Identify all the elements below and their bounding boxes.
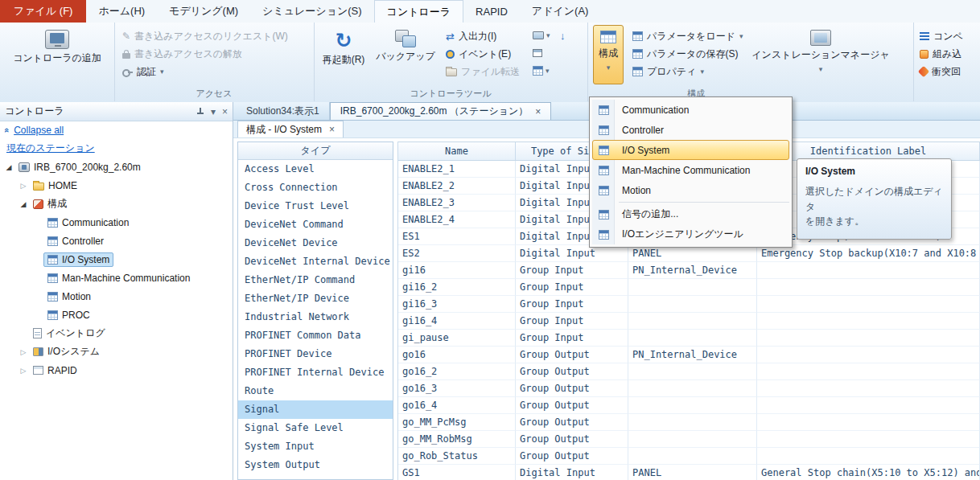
release-write-access-button[interactable]: 書き込みアクセスの解放 [119, 45, 245, 63]
builtin-button[interactable]: 組み込 [916, 45, 965, 63]
table-row[interactable]: gi_pauseGroup Input [398, 330, 980, 347]
type-list-item[interactable]: Device Trust Level [238, 197, 393, 215]
document-tab[interactable]: IRB_6700_200kg_2.60m （ステーション）× [330, 102, 552, 120]
load-parameters-button[interactable]: パラメータをロード ▾ [629, 27, 747, 45]
tree-item[interactable]: Motion [0, 287, 233, 306]
type-list-item[interactable]: System Output [238, 456, 393, 474]
ribbon-tab[interactable]: コントローラ [374, 0, 464, 23]
file-tab[interactable]: ファイル (F) [0, 0, 86, 23]
authenticate-button[interactable]: 認証 ▾ [119, 63, 167, 80]
table-row[interactable]: go16_3Group Output [398, 380, 980, 397]
backup-button[interactable]: バックアップ [372, 24, 439, 63]
file-transfer-button[interactable]: ファイル転送 [443, 63, 523, 80]
type-list-item[interactable]: EtherNet/IP Command [238, 271, 393, 289]
jump-button[interactable]: ↓ [560, 27, 566, 43]
current-station-link[interactable]: 現在のステーション [6, 142, 95, 155]
type-list-item[interactable]: EtherNet/IP Device [238, 289, 393, 308]
collision-button[interactable]: 衝突回 [916, 63, 964, 80]
ribbon-tab[interactable]: RAPID [463, 0, 520, 23]
tree-item[interactable]: Communication [0, 213, 233, 232]
type-list-item[interactable]: System Input [238, 437, 393, 456]
type-list-item[interactable]: DeviceNet Device [238, 234, 393, 252]
expander-open-icon[interactable]: ◢ [18, 200, 29, 208]
table-row[interactable]: go16Group OutputPN_Internal_Device [398, 347, 980, 363]
tree-item[interactable]: ▷HOME [0, 176, 233, 195]
tree-item[interactable]: ◢IRB_6700_200kg_2.60m [0, 158, 233, 176]
menu-item[interactable]: Communication [592, 100, 789, 120]
type-list-item[interactable]: Cross Connection [238, 178, 393, 197]
table-row[interactable]: gi16_3Group Input [398, 296, 980, 313]
menu-item[interactable]: Controller [592, 120, 789, 140]
expander-closed-icon[interactable]: ▷ [18, 348, 29, 356]
configuration-button[interactable]: 構成 ▾ [593, 25, 624, 84]
menu-item-gutter [593, 105, 615, 115]
type-list-item[interactable]: Signal Safe Level [238, 419, 393, 437]
type-list-item[interactable]: Access Level [238, 160, 393, 178]
table-row[interactable]: gi16Group InputPN_Internal_Device [398, 262, 980, 279]
ribbon-tab[interactable]: アドイン(A) [520, 0, 601, 23]
menu-item-label: Communication [622, 105, 689, 116]
table-row[interactable]: go_Rob_StatusGroup Output [398, 448, 980, 465]
ribbon-tab[interactable]: ホーム(H) [86, 0, 157, 23]
chevron-down-icon[interactable]: ▾ [211, 106, 216, 117]
layout-button[interactable]: ▾ [533, 63, 550, 79]
menu-item[interactable]: I/O System [592, 140, 789, 160]
properties-button[interactable]: プロパティ ▾ [629, 63, 707, 80]
grid-icon [599, 210, 609, 219]
table-row[interactable]: go_MM_PcMsgGroup Output [398, 414, 980, 431]
close-icon[interactable]: × [329, 124, 335, 135]
column-header[interactable]: Name [398, 142, 516, 160]
table-cell [757, 262, 980, 279]
type-list-item[interactable]: PROFINET Internal Device [238, 363, 393, 382]
document-tab[interactable]: Solution34:表示1 [237, 102, 330, 120]
tree-item[interactable]: ◢構成 [0, 195, 233, 213]
tree-item[interactable]: PROC [0, 306, 233, 324]
tree-item[interactable]: I/O System [0, 250, 233, 269]
menu-item[interactable]: Man-Machine Communication [592, 160, 789, 180]
restart-button[interactable]: ↻ 再起動(R) [319, 24, 369, 66]
expander-open-icon[interactable]: ◢ [3, 163, 14, 171]
type-list-item[interactable]: DeviceNet Command [238, 215, 393, 234]
tree-item[interactable]: Controller [0, 232, 233, 250]
type-list-item[interactable]: PROFINET Device [238, 345, 393, 363]
type-list-item[interactable]: DeviceNet Internal Device [238, 252, 393, 271]
tree-item[interactable]: ▷I/Oシステム [0, 343, 233, 361]
tree-item[interactable]: Man-Machine Communication [0, 269, 233, 287]
expander-closed-icon[interactable]: ▷ [18, 367, 29, 375]
ribbon-tab[interactable]: シミュレーション(S) [250, 0, 373, 23]
expander-closed-icon[interactable]: ▷ [18, 182, 29, 190]
tree-item[interactable]: 現在のステーション [0, 139, 233, 158]
inputs-outputs-button[interactable]: ⇄ 入出力(I) [443, 27, 500, 45]
type-list-item[interactable]: Route [238, 382, 393, 400]
add-controller-button[interactable]: コントローラの追加 [12, 24, 102, 64]
collapse-all-link[interactable]: Collapse all [14, 125, 64, 136]
events-button[interactable]: イベント(E) [443, 45, 514, 63]
window-button[interactable] [533, 45, 542, 61]
tree-item[interactable]: ▷RAPID [0, 361, 233, 379]
table-row[interactable]: gi16_2Group Input [398, 279, 980, 296]
table-row[interactable]: go_MM_RobMsgGroup Output [398, 431, 980, 448]
table-row[interactable]: go16_2Group Output [398, 363, 980, 380]
close-icon[interactable]: × [222, 106, 228, 117]
save-parameters-button[interactable]: パラメータの保存(S) [629, 45, 741, 63]
table-row[interactable]: gi16_4Group Input [398, 313, 980, 330]
menu-item[interactable]: I/Oエンジニアリングツール [592, 224, 789, 244]
table-row[interactable]: go16_4Group Output [398, 397, 980, 414]
compare-button[interactable]: コンペ [916, 27, 966, 45]
menu-item[interactable]: Motion [592, 180, 789, 200]
ribbon-tab[interactable]: モデリング(M) [157, 0, 250, 23]
tree-item[interactable]: イベントログ [0, 324, 233, 343]
type-list-item[interactable]: PROFINET Common Data [238, 326, 393, 345]
close-icon[interactable]: × [535, 106, 541, 117]
editor-tab-config-io-system[interactable]: 構成 - I/O System × [237, 121, 344, 137]
installation-manager-button[interactable]: インストレーションマネージャ ▾ [752, 24, 889, 73]
grid-icon [47, 218, 58, 228]
table-row[interactable]: GS1Digital InputPANELGeneral Stop chain(… [398, 465, 980, 480]
table-row[interactable]: ES2Digital InputPANELEmergency Stop back… [398, 245, 980, 262]
request-write-access-button[interactable]: ✎ 書き込みアクセスのリクエスト(W) [119, 27, 291, 45]
type-list-item[interactable]: Signal [238, 400, 393, 419]
monitor-button[interactable]: ▾ [533, 27, 550, 43]
type-list-item[interactable]: Industrial Network [238, 308, 393, 326]
pin-icon[interactable] [196, 108, 204, 116]
menu-item[interactable]: 信号の追加... [592, 204, 789, 224]
